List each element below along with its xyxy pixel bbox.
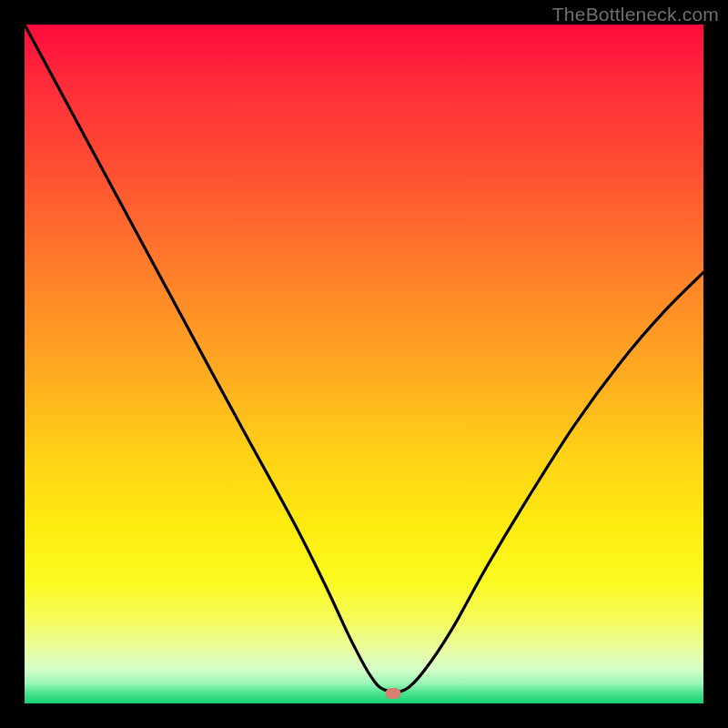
chart-frame: TheBottleneck.com xyxy=(0,0,728,728)
bottleneck-curve xyxy=(25,25,703,703)
optimum-marker xyxy=(386,688,401,699)
watermark-text: TheBottleneck.com xyxy=(552,4,719,25)
plot-area xyxy=(25,25,703,703)
